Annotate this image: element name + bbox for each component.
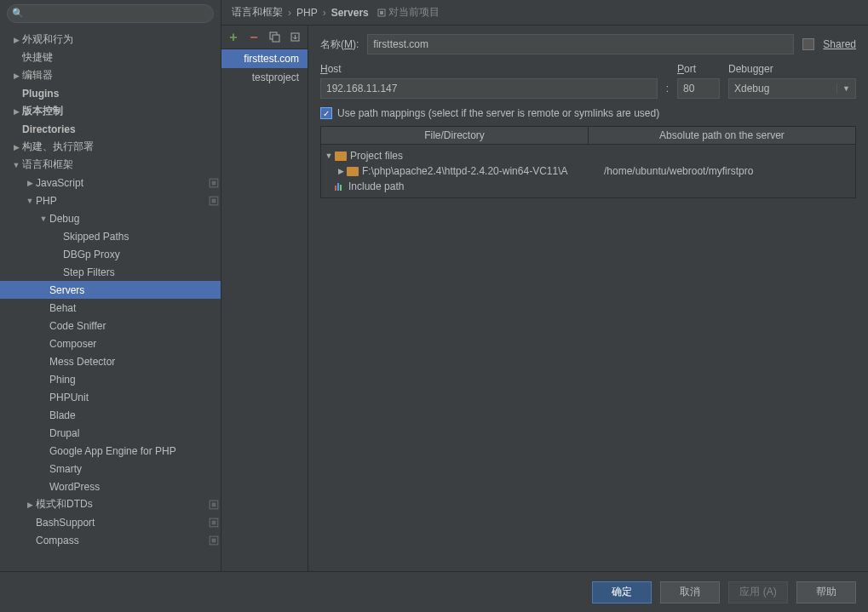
remote-path[interactable]: /home/ubuntu/webroot/myfirstpro bbox=[604, 165, 854, 177]
port-field[interactable] bbox=[677, 78, 720, 99]
sidebar-item-label: Drupal bbox=[49, 427, 221, 439]
sidebar-item[interactable]: ▶Phing bbox=[0, 370, 221, 388]
sidebar-item-label: PHP bbox=[36, 195, 207, 207]
sidebar-item[interactable]: ▶Drupal bbox=[0, 424, 221, 442]
sidebar-item[interactable]: ▼Debug bbox=[0, 209, 221, 227]
sidebar-item[interactable]: ▶Mess Detector bbox=[0, 352, 221, 370]
server-list-item[interactable]: firsttest.com bbox=[221, 49, 308, 68]
use-mappings-checkbox[interactable]: ✓ bbox=[320, 107, 332, 119]
sidebar-item[interactable]: ▶WordPress bbox=[0, 478, 221, 495]
sidebar-item[interactable]: ▶外观和行为 bbox=[0, 31, 221, 49]
sidebar-item[interactable]: ▶Compass bbox=[0, 531, 221, 549]
local-path: F:\php\apache2.4\httpd-2.4.20-win64-VC11… bbox=[362, 165, 568, 177]
svg-rect-9 bbox=[212, 538, 216, 542]
sidebar-item[interactable]: ▶快捷键 bbox=[0, 49, 221, 66]
svg-rect-1 bbox=[212, 180, 216, 185]
sidebar-item-label: Google App Engine for PHP bbox=[49, 445, 221, 457]
sidebar-item[interactable]: ▼PHP bbox=[0, 192, 221, 209]
sidebar-item[interactable]: ▶Step Filters bbox=[0, 263, 221, 281]
sidebar-item-label: 模式和DTDs bbox=[36, 497, 207, 512]
debugger-select[interactable]: Xdebug ▼ bbox=[728, 78, 856, 99]
search-input[interactable] bbox=[7, 4, 214, 23]
server-list-item[interactable]: testproject bbox=[221, 68, 308, 87]
sidebar-item[interactable]: ▶Composer bbox=[0, 335, 221, 352]
project-scope-icon bbox=[207, 534, 221, 547]
settings-tree[interactable]: ▶外观和行为▶快捷键▶编辑器▶Plugins▶版本控制▶Directories▶… bbox=[0, 27, 221, 571]
sidebar-item-label: 语言和框架 bbox=[22, 157, 221, 172]
sidebar-item[interactable]: ▶编辑器 bbox=[0, 66, 221, 84]
sidebar-item[interactable]: ▶BashSupport bbox=[0, 513, 221, 531]
import-icon[interactable] bbox=[288, 31, 302, 44]
apply-button[interactable]: 应用 (A) bbox=[728, 581, 788, 603]
sidebar-item[interactable]: ▶Blade bbox=[0, 406, 221, 424]
svg-rect-5 bbox=[212, 502, 216, 506]
sidebar-item-label: Phing bbox=[49, 374, 221, 386]
sidebar-item-label: Behat bbox=[49, 302, 221, 314]
sidebar-item-label: 外观和行为 bbox=[22, 32, 221, 47]
folder-icon bbox=[335, 152, 347, 161]
shared-label[interactable]: Shared bbox=[823, 38, 856, 50]
name-field[interactable] bbox=[367, 34, 794, 54]
sidebar-item[interactable]: ▶Smarty bbox=[0, 460, 221, 478]
debugger-label: Debugger bbox=[728, 63, 856, 75]
sidebar-item-label: 版本控制 bbox=[22, 104, 221, 118]
sidebar-item[interactable]: ▶构建、执行部署 bbox=[0, 138, 221, 156]
server-form: 名称(M): Shared Host : Port bbox=[308, 26, 868, 571]
sidebar-item[interactable]: ▶模式和DTDs bbox=[0, 495, 221, 513]
server-list-panel: + − firsttest.comtestproject bbox=[221, 26, 308, 571]
sidebar-item-label: Servers bbox=[49, 284, 221, 296]
add-icon[interactable]: + bbox=[227, 31, 240, 44]
chevron-right-icon: ▶ bbox=[10, 36, 22, 44]
chevron-right-icon[interactable]: ▶ bbox=[335, 167, 347, 175]
host-field[interactable] bbox=[320, 78, 658, 99]
shared-checkbox[interactable] bbox=[802, 38, 814, 50]
sidebar-item[interactable]: ▶Code Sniffer bbox=[0, 317, 221, 335]
sidebar-item[interactable]: ▶Behat bbox=[0, 299, 221, 317]
sidebar-item[interactable]: ▶Directories bbox=[0, 120, 221, 138]
table-row[interactable]: ▶ F:\php\apache2.4\httpd-2.4.20-win64-VC… bbox=[323, 163, 854, 179]
sidebar-item-label: Directories bbox=[22, 123, 221, 135]
sidebar-item[interactable]: ▶Google App Engine for PHP bbox=[0, 442, 221, 460]
sidebar-item-label: Compass bbox=[36, 535, 207, 546]
sidebar-item[interactable]: ▶JavaScript bbox=[0, 174, 221, 192]
sidebar-item[interactable]: ▶Plugins bbox=[0, 84, 221, 102]
ok-button[interactable]: 确定 bbox=[592, 581, 652, 603]
chevron-right-icon: › bbox=[288, 7, 291, 19]
help-button[interactable]: 帮助 bbox=[796, 581, 856, 603]
use-mappings-label[interactable]: Use path mappings (select if the server … bbox=[337, 107, 659, 119]
copy-icon[interactable] bbox=[267, 31, 281, 44]
include-path-icon bbox=[335, 183, 345, 191]
sidebar-item[interactable]: ▶PHPUnit bbox=[0, 388, 221, 406]
table-row[interactable]: Include path bbox=[323, 179, 854, 194]
sidebar-item[interactable]: ▶DBGp Proxy bbox=[0, 245, 221, 263]
name-label: 名称(M): bbox=[320, 37, 359, 52]
sidebar-item-label: PHPUnit bbox=[49, 392, 221, 403]
sidebar-item[interactable]: ▼语言和框架 bbox=[0, 156, 221, 174]
crumb-root[interactable]: 语言和框架 bbox=[232, 5, 283, 20]
sidebar-item-label: Smarty bbox=[49, 463, 221, 475]
col-absolute-path[interactable]: Absolute path on the server bbox=[589, 127, 855, 144]
project-scope-icon bbox=[207, 194, 221, 208]
cancel-button[interactable]: 取消 bbox=[660, 581, 720, 603]
table-row[interactable]: ▼ Project files bbox=[323, 148, 854, 163]
svg-rect-3 bbox=[212, 198, 216, 203]
sidebar-item[interactable]: ▶版本控制 bbox=[0, 102, 221, 120]
sidebar-item-label: 构建、执行部署 bbox=[22, 140, 221, 154]
crumb-servers: Servers bbox=[331, 7, 369, 19]
port-label: Port bbox=[677, 63, 720, 75]
chevron-down-icon[interactable]: ▼ bbox=[323, 152, 335, 160]
remove-icon[interactable]: − bbox=[247, 31, 261, 44]
project-scope-icon bbox=[207, 516, 221, 529]
chevron-down-icon: ▼ bbox=[24, 197, 36, 205]
sidebar-item-label: DBGp Proxy bbox=[63, 249, 221, 260]
sidebar-item[interactable]: ▶Servers bbox=[0, 281, 221, 299]
project-scope-icon bbox=[207, 498, 221, 512]
project-scope-badge: 对当前项目 bbox=[377, 5, 440, 20]
chevron-right-icon: ▶ bbox=[24, 179, 36, 187]
chevron-down-icon: ▼ bbox=[37, 214, 49, 223]
project-scope-icon bbox=[207, 176, 221, 190]
chevron-right-icon: › bbox=[323, 7, 326, 19]
col-file-directory[interactable]: File/Directory bbox=[321, 127, 589, 144]
sidebar-item[interactable]: ▶Skipped Paths bbox=[0, 227, 221, 245]
crumb-php[interactable]: PHP bbox=[296, 7, 318, 19]
